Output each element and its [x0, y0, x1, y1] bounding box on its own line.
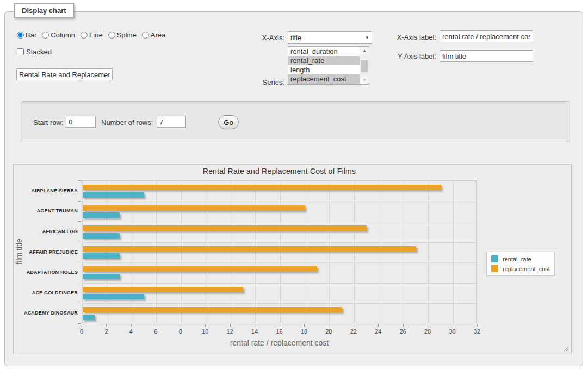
stacked-checkbox[interactable]	[17, 48, 24, 55]
bar-rental_rate-ace-goldfinger	[83, 294, 144, 299]
series-option-replacement_cost[interactable]: replacement_cost	[288, 74, 360, 84]
x-tickmark	[131, 324, 132, 327]
bar-replacement_cost-ace-goldfinger	[83, 287, 243, 292]
y-category-label: AFFAIR PREJUDICE	[14, 249, 78, 255]
gridline-horizontal	[82, 303, 476, 304]
chart-x-axis-title: rental rate / replacement cost	[82, 338, 477, 347]
bar-replacement_cost-adaptation-holes	[83, 266, 317, 272]
num-rows-input[interactable]	[157, 116, 186, 128]
gridline-vertical	[354, 181, 355, 323]
x-tickmark	[477, 324, 478, 327]
series-option-length[interactable]: length	[288, 65, 360, 74]
gridline-horizontal	[82, 283, 476, 284]
legend-label: replacement_cost	[503, 266, 550, 272]
x-axis-selected-value: title	[290, 34, 301, 42]
x-tick-label: 32	[474, 328, 480, 335]
gridline-horizontal	[82, 242, 476, 243]
legend-item-rental_rate: rental_rate	[491, 255, 550, 262]
gridline-horizontal	[82, 181, 476, 181]
chart-type-radios: BarColumnLineSplineArea	[17, 31, 169, 39]
series-option-rental_duration[interactable]: rental_duration	[288, 47, 360, 56]
x-tickmark	[378, 324, 379, 327]
y-category-label: AIRPLANE SIERRA	[14, 188, 78, 193]
gridline-horizontal	[82, 202, 476, 202]
chart-type-label: Line	[89, 31, 103, 39]
chart-type-bar-radio[interactable]	[17, 32, 24, 39]
x-tick-label: 8	[179, 328, 182, 335]
chart-type-label: Spline	[117, 31, 137, 39]
chart-type-column[interactable]: Column	[42, 31, 75, 39]
chart-type-spline-radio[interactable]	[108, 32, 115, 39]
x-tick-label: 10	[202, 328, 208, 335]
x-tickmark	[453, 324, 453, 327]
gridline-vertical	[181, 181, 182, 323]
bar-rental_rate-academy-dinosaur	[83, 315, 95, 320]
gridline-vertical	[231, 181, 231, 323]
chart-type-spline[interactable]: Spline	[108, 31, 137, 39]
y-axis-label-input[interactable]	[440, 50, 533, 62]
series-scrollbar[interactable]: ▲ ▼	[360, 47, 369, 84]
chart-legend: rental_ratereplacement_cost	[486, 252, 555, 276]
start-row-input[interactable]	[66, 116, 96, 128]
x-tickmark	[329, 324, 329, 327]
x-tick-label: 16	[276, 328, 282, 335]
scrollbar-track[interactable]	[360, 55, 369, 76]
x-tick-label: 22	[350, 328, 357, 335]
x-tickmark	[230, 324, 231, 327]
y-category-label: AGENT TRUMAN	[14, 208, 78, 214]
x-tick-label: 28	[424, 328, 431, 335]
bar-rental_rate-agent-truman	[83, 212, 120, 218]
gridline-horizontal	[82, 222, 476, 222]
y-category-label: ACE GOLDFINGER	[14, 290, 78, 296]
gridline-vertical	[280, 181, 281, 323]
y-tickmark	[78, 283, 81, 283]
series-option-rental_rate[interactable]: rental_rate	[288, 56, 360, 65]
chart-type-line[interactable]: Line	[81, 31, 103, 39]
gridline-vertical	[156, 181, 157, 323]
y-tickmark	[78, 303, 81, 303]
x-axis-select[interactable]: title ▾	[288, 31, 372, 44]
chart-type-line-radio[interactable]	[81, 32, 88, 39]
start-row-caption: Start row:	[33, 118, 64, 127]
bar-replacement_cost-affair-prejudice	[83, 246, 416, 252]
x-tickmark	[106, 324, 107, 327]
gridline-vertical	[305, 181, 305, 323]
gridline-vertical	[132, 181, 132, 323]
x-tick-label: 14	[251, 328, 258, 335]
bar-rental_rate-affair-prejudice	[83, 253, 120, 259]
resize-grip-icon[interactable]	[562, 345, 568, 351]
chart-type-column-radio[interactable]	[42, 32, 49, 39]
rows-panel: Start row: Number of rows: Go	[21, 101, 570, 142]
scrollbar-thumb[interactable]	[361, 60, 368, 72]
y-category-label: ACADEMY DINOSAUR	[14, 310, 78, 316]
bar-rental_rate-adaptation-holes	[83, 274, 120, 279]
x-tick-label: 26	[400, 328, 406, 335]
y-tickmark	[78, 323, 81, 324]
gridline-vertical	[478, 181, 478, 323]
stacked-label: Stacked	[26, 48, 52, 56]
x-axis-label-input[interactable]	[440, 30, 533, 42]
series-listbox[interactable]: rental_durationrental_ratelengthreplacem…	[288, 46, 369, 85]
x-tickmark	[428, 324, 428, 327]
chart-type-area-radio[interactable]	[142, 32, 149, 39]
fieldset-legend: Display chart	[14, 3, 74, 18]
chart-title: Rental Rate and Replacement Cost of Film…	[82, 167, 477, 175]
chart-title-input[interactable]	[16, 68, 113, 80]
y-tickmark	[78, 262, 81, 262]
x-tickmark	[156, 324, 156, 327]
scroll-down-icon[interactable]: ▼	[360, 76, 369, 84]
bar-replacement_cost-agent-truman	[83, 205, 305, 211]
go-button[interactable]: Go	[218, 115, 239, 129]
chart-type-area[interactable]: Area	[142, 31, 165, 39]
chart-type-bar[interactable]: Bar	[17, 31, 36, 39]
gridline-vertical	[329, 181, 330, 323]
y-tickmark	[78, 180, 81, 181]
gridline-vertical	[453, 181, 454, 323]
scroll-up-icon[interactable]: ▲	[360, 47, 369, 55]
x-tickmark	[280, 324, 280, 327]
x-tick-label: 2	[104, 328, 108, 335]
legend-swatch	[491, 255, 498, 262]
legend-item-replacement_cost: replacement_cost	[491, 265, 550, 272]
gridline-vertical	[428, 181, 429, 323]
chart-panel: Rental Rate and Replacement Cost of Film…	[13, 164, 572, 354]
